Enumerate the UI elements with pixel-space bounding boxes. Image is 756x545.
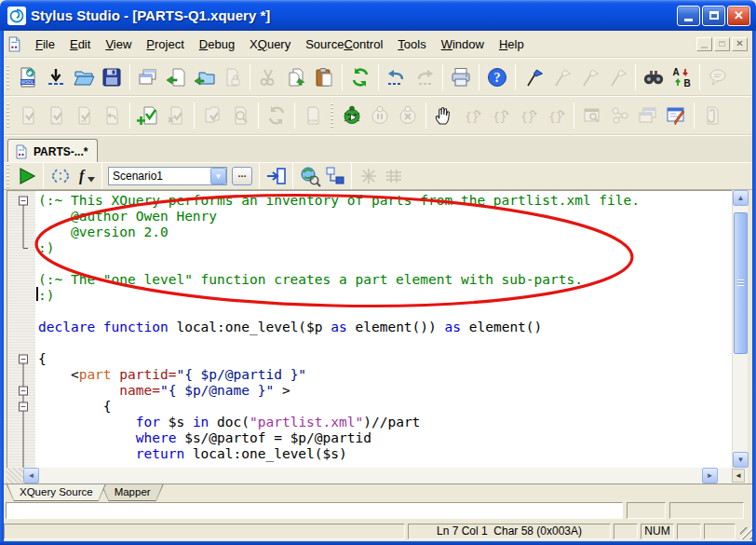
status-pane [704,524,736,539]
tab-scroll-left-button[interactable]: ◄ [732,469,745,483]
code-line: :) [38,288,640,304]
export-pipeline-button[interactable] [263,164,289,188]
toolbar-gripper[interactable] [329,103,336,128]
status-pane [4,524,405,539]
run-to-cursor-disabled-icon: {} [545,104,567,127]
toolbar-gripper[interactable] [5,65,12,89]
menu-help[interactable]: Help [492,34,532,54]
copy-button[interactable] [282,63,310,91]
help-button[interactable]: ? [483,63,511,91]
open-mapper-button[interactable] [322,164,347,188]
menu-sourcecontrol[interactable]: SourceControl [298,34,390,54]
run-scenario-icon [16,165,38,187]
function-list-icon: f [74,165,97,187]
menu-edit[interactable]: Edit [62,34,98,54]
comment-disabled-icon [707,66,729,89]
print-button[interactable] [447,63,475,91]
browse-web-icon [299,165,321,187]
maximize-button[interactable] [702,6,725,26]
svg-text:{}: {} [520,110,535,124]
scroll-up-button[interactable]: ▲ [733,190,749,206]
scroll-left-button[interactable]: ◄ [23,468,39,484]
save-button[interactable] [98,63,126,91]
run-scenario-button[interactable] [14,164,39,188]
lower-pane-1 [627,502,666,519]
export-exe-disabled-icon: exe [302,104,324,127]
mdi-close-button[interactable]: ✕ [732,37,748,51]
toolbar-separator [259,163,260,189]
refresh-icon [349,66,371,89]
menu-tools[interactable]: Tools [390,34,433,54]
resize-grip[interactable] [740,527,752,539]
function-list-button[interactable]: f [73,164,98,188]
chevron-down-icon[interactable]: ▼ [210,168,226,184]
check-spelling-disabled-icon [45,104,67,127]
scenario-combobox-value: Scenario1 [109,170,210,183]
check-spelling-disabled-button [42,102,70,129]
minimize-button[interactable] [677,6,700,26]
code-editor[interactable]: (:~ This XQuery performs an inventory of… [7,190,732,468]
step-out-disabled-button: {} [514,102,542,129]
bookmark-button[interactable] [520,63,547,91]
mdi-window-controls: ✕ [696,37,755,51]
bookmark-next-disabled-icon [550,66,573,89]
status-bar: Ln 7 Col 1 Char 58 (0x003A)NUM [1,521,755,541]
step-out-disabled-icon: {} [517,104,539,127]
refresh-button[interactable] [346,63,374,91]
close-button[interactable]: ✕ [727,6,750,26]
scroll-down-button[interactable]: ▼ [733,452,749,468]
code-line: @version 2.0 [38,225,640,240]
validate-disabled-button [14,102,42,129]
add-scenario-button[interactable] [134,102,162,129]
replace-button[interactable]: AB [668,63,695,91]
open-project-button[interactable] [190,63,218,91]
export-pipeline-icon [265,165,288,187]
vertical-scroll-thumb[interactable] [734,212,748,354]
menu-window[interactable]: Window [434,34,492,54]
revert-disabled-button [98,102,126,129]
toolbar-gripper[interactable] [5,164,12,188]
menu-debug[interactable]: Debug [192,34,242,54]
open-folder-button[interactable] [70,63,98,91]
cut-disabled-button [254,63,282,91]
pan-hand-button[interactable] [430,102,458,129]
step-over-disabled-button: {} [486,102,514,129]
help-icon: ? [486,66,508,89]
horizontal-scrollbar[interactable]: ◄ ► ◄ [7,468,748,484]
new-window-button[interactable] [134,63,162,91]
menu-view[interactable]: View [98,34,139,54]
menu-file[interactable]: File [28,34,62,54]
toolbar-separator [425,102,426,129]
find-button[interactable] [640,63,668,91]
bookmark-icon [522,66,545,89]
scenario-combobox[interactable]: Scenario1▼ [108,167,227,185]
menu-project[interactable]: Project [139,34,191,54]
toolbar-gripper[interactable] [5,103,12,128]
open-document-button[interactable] [162,63,190,91]
wsdl-document-button[interactable]: WSDL [14,63,42,91]
vertical-scrollbar[interactable]: ▲ ▼ [732,190,748,468]
scroll-right-button[interactable]: ► [702,468,718,484]
toolbar-separator [129,102,130,129]
paste-button[interactable] [310,63,338,91]
debug-run-button[interactable] [338,102,366,129]
window-border [752,28,756,545]
undo-button[interactable] [383,63,411,91]
browse-web-button[interactable] [297,164,322,188]
tab-mapper[interactable]: Mapper [101,484,164,501]
xquery-file-icon [14,144,29,159]
document-tab-label: PARTS-...* [34,145,88,158]
debug-toolbar: exe{}{}{}{} [1,96,755,135]
scenario-properties-button[interactable]: ... [232,167,252,185]
xml-tags-button[interactable] [47,164,73,188]
code-text: (:~ This XQuery performs an inventory of… [38,193,640,462]
menu-xquery[interactable]: XQuery [242,34,298,54]
bookmark-prev-disabled-icon [578,66,601,89]
toolbar-separator [694,102,695,129]
document-tab-strip: PARTS-...* [1,135,755,162]
save-all-button[interactable] [42,63,70,91]
document-tab[interactable]: PARTS-...* [7,139,98,163]
xml-editor-button[interactable] [662,102,690,129]
tab-xquery-source[interactable]: XQuery Source [7,484,106,501]
step-over-disabled-icon: {} [489,104,511,127]
